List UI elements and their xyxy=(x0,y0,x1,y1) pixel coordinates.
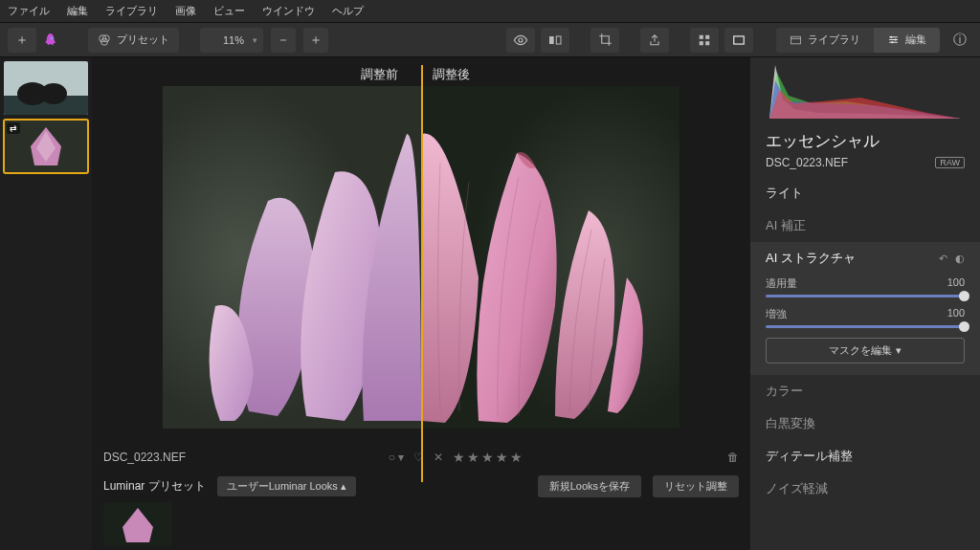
toolbar: ＋ プリセット 11% － ＋ ライブラリ 編集 ⓘ xyxy=(0,23,980,57)
share-icon xyxy=(648,33,661,47)
reject-button[interactable]: ✕ xyxy=(434,451,443,464)
thumbnail-strip: ⇄ xyxy=(0,57,92,550)
tool-ai-structure-title[interactable]: AI ストラクチャ xyxy=(766,250,856,267)
svg-rect-12 xyxy=(791,36,801,44)
tool-color[interactable]: カラー xyxy=(750,375,980,407)
tool-detail[interactable]: ディテール補整 xyxy=(750,440,980,473)
tool-ai-structure: AI ストラクチャ ↶ ◐ 適用量 100 増強 100 xyxy=(750,242,980,375)
amount-label: 適用量 xyxy=(766,276,797,291)
delete-button[interactable]: 🗑 xyxy=(727,451,739,464)
tool-ai-correction[interactable]: AI 補正 xyxy=(750,209,980,242)
zoom-out-button[interactable]: － xyxy=(271,28,296,53)
svg-point-15 xyxy=(891,41,893,43)
thumbnail-2[interactable]: ⇄ xyxy=(4,120,88,173)
single-icon xyxy=(732,33,746,47)
svg-point-19 xyxy=(40,83,67,104)
compare-button[interactable] xyxy=(541,28,569,53)
menu-view[interactable]: ビュー xyxy=(213,4,245,18)
single-view-button[interactable] xyxy=(724,28,753,53)
compare-icon xyxy=(547,33,563,48)
histogram[interactable] xyxy=(750,57,980,124)
enhance-value: 100 xyxy=(947,307,965,321)
menubar: ファイル 編集 ライブラリ 画像 ビュー ウインドウ ヘルプ xyxy=(0,0,980,23)
grid-icon xyxy=(698,33,711,47)
eye-icon xyxy=(513,33,528,48)
save-look-button[interactable]: 新規Looksを保存 xyxy=(538,475,641,497)
reset-adjustments-button[interactable]: リセット調整 xyxy=(653,475,739,497)
svg-point-0 xyxy=(51,36,54,39)
before-label: 調整前 xyxy=(163,63,421,86)
preset-thumbnail-strip xyxy=(92,502,750,550)
svg-rect-9 xyxy=(700,41,703,45)
svg-rect-11 xyxy=(734,35,745,43)
zoom-in-button[interactable]: ＋ xyxy=(303,28,328,53)
panel-filename: DSC_0223.NEF xyxy=(766,156,848,169)
info-button[interactable]: ⓘ xyxy=(947,28,972,53)
raw-badge: RAW xyxy=(935,157,965,168)
zoom-select[interactable]: 11% xyxy=(200,28,263,53)
flag-control[interactable]: ○ ▾ xyxy=(389,451,405,464)
amount-value: 100 xyxy=(947,276,965,291)
edit-mask-button[interactable]: マスクを編集 ▾ xyxy=(766,338,965,363)
share-button[interactable] xyxy=(640,28,669,53)
panel-title: エッセンシャル xyxy=(750,124,980,154)
svg-rect-10 xyxy=(705,41,709,45)
tab-library-label: ライブラリ xyxy=(808,33,860,47)
right-panel: エッセンシャル DSC_0223.NEF RAW ライト AI 補正 AI スト… xyxy=(750,57,980,550)
menu-edit[interactable]: 編集 xyxy=(67,4,88,18)
menu-file[interactable]: ファイル xyxy=(8,4,50,18)
toggle-icon[interactable]: ◐ xyxy=(955,253,965,265)
svg-rect-5 xyxy=(549,36,554,44)
center-panel: 調整前 調整後 xyxy=(92,57,750,550)
svg-point-13 xyxy=(890,36,892,38)
preset-button[interactable]: プリセット xyxy=(88,28,179,53)
svg-point-14 xyxy=(895,38,897,40)
svg-rect-8 xyxy=(705,34,709,38)
thumbnail-1[interactable] xyxy=(4,61,88,115)
rocket-icon[interactable] xyxy=(44,33,59,48)
rating-stars[interactable]: ★★★★★ xyxy=(453,450,524,465)
svg-rect-7 xyxy=(700,34,703,38)
enhance-slider[interactable] xyxy=(766,325,965,328)
grid-view-button[interactable] xyxy=(690,28,719,53)
tool-bw[interactable]: 白黒変換 xyxy=(750,407,980,440)
crop-button[interactable] xyxy=(590,28,619,53)
preset-thumb-1[interactable] xyxy=(103,502,172,546)
menu-image[interactable]: 画像 xyxy=(175,4,196,18)
menu-window[interactable]: ウインドウ xyxy=(262,4,315,18)
crop-icon xyxy=(598,33,612,47)
tab-edit[interactable]: 編集 xyxy=(874,28,940,53)
tool-noise[interactable]: ノイズ軽減 xyxy=(750,473,980,505)
preview-eye-button[interactable] xyxy=(506,28,535,53)
add-button[interactable]: ＋ xyxy=(8,28,36,53)
after-label: 調整後 xyxy=(421,63,679,86)
tab-library[interactable]: ライブラリ xyxy=(776,28,874,53)
tab-edit-label: 編集 xyxy=(905,33,926,47)
svg-point-4 xyxy=(519,38,523,42)
preset-category-dropdown[interactable]: ユーザーLuminar Looks ▴ xyxy=(217,476,356,496)
menu-help[interactable]: ヘルプ xyxy=(332,4,364,18)
svg-rect-6 xyxy=(556,36,561,44)
enhance-label: 増強 xyxy=(766,307,787,321)
filename-label: DSC_0223.NEF xyxy=(103,451,186,464)
amount-slider[interactable] xyxy=(766,295,965,297)
compare-divider[interactable] xyxy=(421,65,423,482)
library-icon xyxy=(790,33,802,46)
sync-icon: ⇄ xyxy=(7,122,20,134)
tool-light[interactable]: ライト xyxy=(750,177,980,209)
sliders-icon xyxy=(887,33,900,46)
preset-icon xyxy=(98,33,111,47)
menu-library[interactable]: ライブラリ xyxy=(105,4,158,18)
preset-label: プリセット xyxy=(117,33,169,47)
preset-bar-label: Luminar プリセット xyxy=(103,478,206,495)
zoom-value: 11% xyxy=(223,34,244,46)
undo-icon[interactable]: ↶ xyxy=(939,253,947,265)
preview-area: 調整前 調整後 xyxy=(92,57,750,445)
